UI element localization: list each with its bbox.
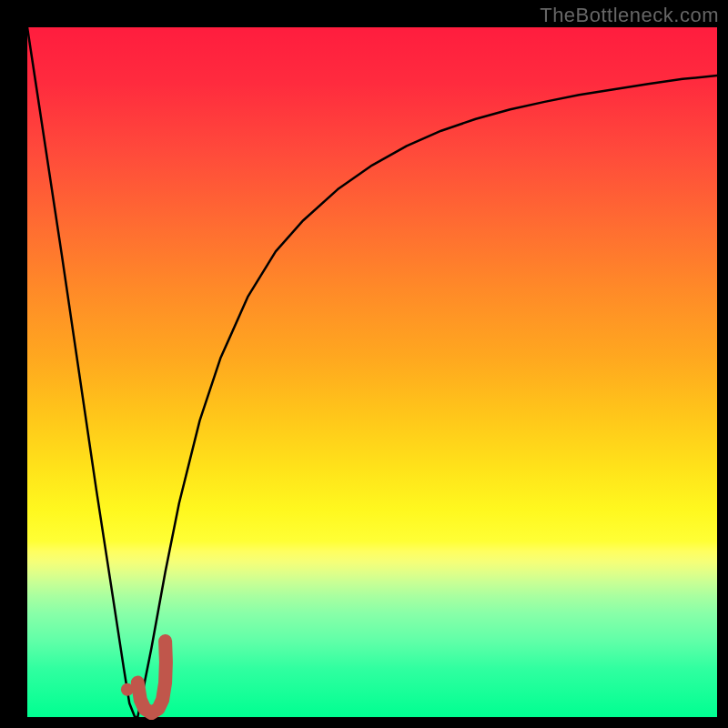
chart-frame: TheBottleneck.com — [0, 0, 728, 728]
bottleneck-curve — [27, 27, 717, 717]
optimal-marker — [121, 642, 167, 713]
bottleneck-curve-path — [27, 27, 717, 717]
marker-hook — [137, 642, 166, 713]
watermark-text: TheBottleneck.com — [540, 4, 719, 27]
chart-overlay — [0, 0, 728, 728]
